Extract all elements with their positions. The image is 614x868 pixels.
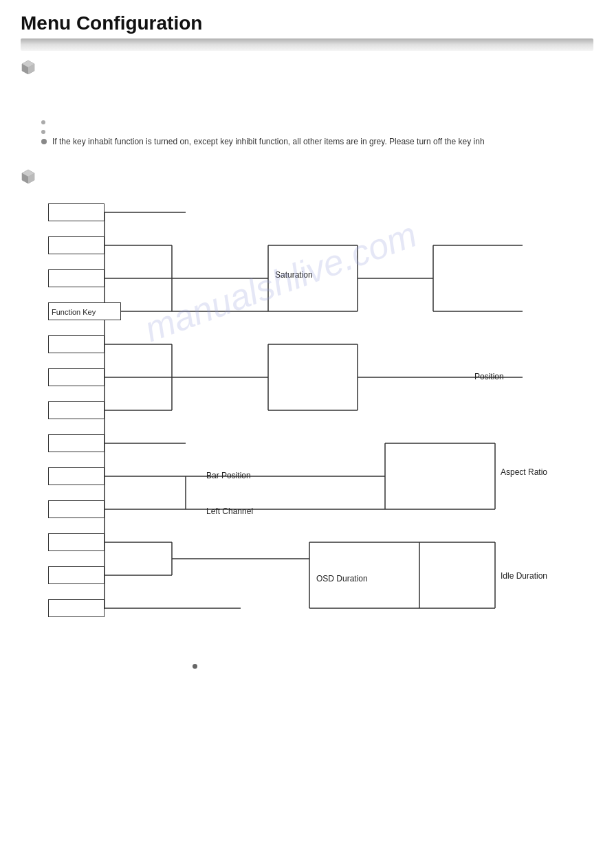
diagram-lines bbox=[48, 197, 598, 636]
cube-icon-1 bbox=[21, 59, 36, 74]
left-channel-label: Left Channel bbox=[206, 507, 253, 516]
menu-box-13 bbox=[48, 599, 105, 617]
osd-duration-label: OSD Duration bbox=[316, 574, 368, 583]
bar-position-label: Bar Position bbox=[206, 471, 251, 480]
bottom-section bbox=[0, 650, 614, 682]
bullet-section: If the key inhabit function is turned on… bbox=[0, 76, 614, 156]
menu-box-11 bbox=[48, 533, 105, 551]
bullet-dot-1 bbox=[41, 120, 45, 124]
bullet-dot-3 bbox=[41, 139, 47, 144]
bullet-item-3: If the key inhabit function is turned on… bbox=[41, 137, 593, 146]
menu-box-6 bbox=[48, 368, 105, 386]
menu-box-5 bbox=[48, 335, 105, 353]
diagram-section: Function Key Saturation Position Bar Pos… bbox=[0, 190, 614, 650]
idle-duration-label: Idle Duration bbox=[501, 571, 547, 581]
menu-box-1 bbox=[48, 203, 105, 221]
aspect-ratio-label: Aspect Ratio bbox=[501, 467, 547, 477]
title-bar bbox=[21, 38, 593, 51]
menu-box-2 bbox=[48, 236, 105, 254]
function-key-label: Function Key bbox=[49, 308, 96, 316]
saturation-label: Saturation bbox=[275, 270, 313, 280]
page-title: Menu Configuration bbox=[0, 0, 614, 38]
menu-box-function-key: Function Key bbox=[48, 302, 121, 320]
position-label: Position bbox=[474, 372, 504, 381]
menu-box-9 bbox=[48, 467, 105, 485]
section1-icon-wrapper bbox=[0, 51, 614, 76]
bullet-item-1 bbox=[41, 118, 593, 124]
menu-box-7 bbox=[48, 401, 105, 419]
bullet-item-2 bbox=[41, 127, 593, 134]
menu-box-3 bbox=[48, 269, 105, 287]
cube-icon-2 bbox=[21, 168, 36, 183]
menu-box-10 bbox=[48, 500, 105, 518]
section2-icon-wrapper bbox=[0, 156, 614, 190]
menu-box-12 bbox=[48, 566, 105, 584]
bottom-dot bbox=[193, 664, 197, 669]
bullet-dot-2 bbox=[41, 130, 45, 134]
menu-box-8 bbox=[48, 434, 105, 452]
diagram-container: Function Key Saturation Position Bar Pos… bbox=[48, 197, 598, 636]
bottom-bullet bbox=[193, 664, 593, 669]
